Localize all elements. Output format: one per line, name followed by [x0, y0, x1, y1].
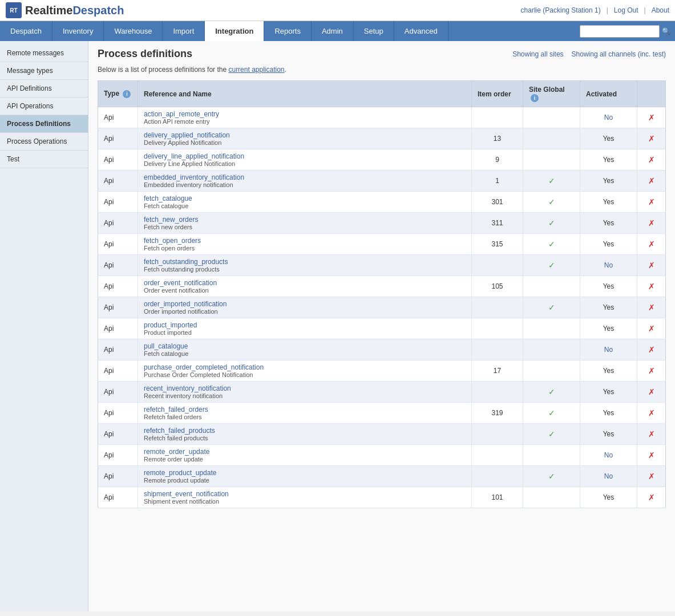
nav-tab-despatch[interactable]: Despatch — [0, 21, 52, 41]
cell-action: ✗ — [637, 487, 666, 508]
delete-icon[interactable]: ✗ — [648, 451, 655, 460]
cell-action: ✗ — [637, 424, 666, 445]
cell-ref-name: product_importedProduct imported — [138, 318, 472, 339]
search-input[interactable] — [580, 25, 660, 38]
delete-icon[interactable]: ✗ — [648, 387, 655, 396]
ref-link[interactable]: fetch_outstanding_products — [144, 258, 228, 266]
nav-tab-warehouse[interactable]: Warehouse — [104, 21, 163, 41]
delete-icon[interactable]: ✗ — [648, 324, 655, 333]
delete-icon[interactable]: ✗ — [648, 493, 655, 502]
check-icon: ✓ — [548, 303, 555, 312]
site-global-info-icon[interactable]: i — [531, 94, 539, 102]
delete-icon[interactable]: ✗ — [648, 113, 655, 122]
content-header: Process definitions Showing all sites Sh… — [98, 48, 666, 60]
cell-site-global: ✓ — [523, 382, 580, 403]
ref-link[interactable]: product_imported — [144, 321, 197, 329]
delete-icon[interactable]: ✗ — [648, 472, 655, 481]
sidebar-item-api-operations[interactable]: API Operations — [0, 98, 88, 115]
delete-icon[interactable]: ✗ — [648, 197, 655, 206]
about-link[interactable]: About — [652, 6, 669, 14]
cell-ref-name: fetch_catalogueFetch catalogue — [138, 192, 472, 213]
ref-name-sub: Delivery Line Applied Notification — [144, 160, 466, 167]
user-link[interactable]: charlie (Packing Station 1) — [521, 6, 601, 14]
delete-icon[interactable]: ✗ — [648, 176, 655, 185]
ref-link[interactable]: action_api_remote_entry — [144, 110, 219, 118]
activated-value: Yes — [603, 493, 615, 501]
cell-item-order — [472, 424, 523, 445]
ref-link[interactable]: refetch_failed_products — [144, 427, 215, 435]
filter-sites-link[interactable]: Showing all sites — [512, 50, 563, 58]
nav-tab-inventory[interactable]: Inventory — [52, 21, 104, 41]
delete-icon[interactable]: ✗ — [648, 218, 655, 228]
ref-link[interactable]: delivery_line_applied_notification — [144, 152, 244, 160]
nav-tab-reports[interactable]: Reports — [264, 21, 312, 41]
cell-item-order: 9 — [472, 149, 523, 171]
activated-value: Yes — [603, 219, 615, 227]
cell-item-order — [472, 382, 523, 403]
current-app-link[interactable]: current application — [228, 66, 284, 74]
cell-activated: Yes — [580, 213, 637, 234]
sidebar-item-test[interactable]: Test — [0, 151, 88, 168]
delete-icon[interactable]: ✗ — [648, 240, 655, 249]
cell-site-global: ✓ — [523, 192, 580, 213]
check-icon: ✓ — [548, 197, 555, 206]
nav-tab-advanced[interactable]: Advanced — [394, 21, 448, 41]
ref-name-sub: Refetch failed orders — [144, 414, 466, 420]
ref-link[interactable]: recent_inventory_notification — [144, 384, 231, 392]
table-row: Apirefetch_failed_productsRefetch failed… — [98, 424, 666, 445]
ref-link[interactable]: remote_product_update — [144, 469, 216, 477]
ref-link[interactable]: fetch_new_orders — [144, 216, 198, 224]
search-icon[interactable]: 🔍 — [662, 27, 670, 35]
delete-icon[interactable]: ✗ — [648, 408, 655, 418]
cell-ref-name: delivery_line_applied_notificationDelive… — [138, 149, 472, 171]
ref-link[interactable]: order_event_notification — [144, 279, 217, 287]
ref-name-sub: Embedded inventory notification — [144, 181, 466, 188]
sidebar-item-remote-messages[interactable]: Remote messages — [0, 44, 88, 62]
check-icon: ✓ — [548, 472, 555, 481]
content-area: Process definitions Showing all sites Sh… — [88, 41, 675, 611]
nav-tab-integration[interactable]: Integration — [205, 21, 264, 41]
logout-link[interactable]: Log Out — [614, 6, 638, 14]
ref-link[interactable]: embedded_inventory_notification — [144, 173, 244, 181]
sidebar-item-api-definitions[interactable]: API Definitions — [0, 80, 88, 98]
cell-site-global — [523, 339, 580, 360]
activated-value: Yes — [603, 240, 615, 248]
sidebar-item-process-operations[interactable]: Process Operations — [0, 133, 88, 151]
ref-link[interactable]: fetch_catalogue — [144, 194, 192, 202]
cell-action: ✗ — [637, 192, 666, 213]
ref-link[interactable]: order_imported_notification — [144, 300, 227, 308]
delete-icon[interactable]: ✗ — [648, 282, 655, 291]
nav-tab-setup[interactable]: Setup — [354, 21, 394, 41]
type-info-icon[interactable]: i — [123, 90, 131, 98]
ref-link[interactable]: fetch_open_orders — [144, 237, 201, 245]
ref-link[interactable]: refetch_failed_orders — [144, 406, 208, 414]
ref-name-sub: Remote order update — [144, 456, 466, 463]
cell-action: ✗ — [637, 403, 666, 424]
sidebar-item-process-definitions[interactable]: Process Definitions — [0, 115, 88, 133]
table-row: Apirefetch_failed_ordersRefetch failed o… — [98, 403, 666, 424]
cell-action: ✗ — [637, 276, 666, 297]
ref-name-sub: Shipment event notification — [144, 498, 466, 505]
delete-icon[interactable]: ✗ — [648, 303, 655, 312]
ref-link[interactable]: purchase_order_completed_notification — [144, 363, 264, 371]
delete-icon[interactable]: ✗ — [648, 155, 655, 164]
delete-icon[interactable]: ✗ — [648, 429, 655, 439]
cell-type: Api — [98, 487, 138, 508]
sidebar-item-message-types[interactable]: Message types — [0, 62, 88, 80]
filter-channels-link[interactable]: Showing all channels (inc. test) — [572, 50, 666, 58]
delete-icon[interactable]: ✗ — [648, 366, 655, 375]
cell-item-order: 319 — [472, 403, 523, 424]
cell-ref-name: fetch_open_ordersFetch open orders — [138, 234, 472, 255]
ref-link[interactable]: pull_catalogue — [144, 342, 188, 350]
ref-name-sub: Remote product update — [144, 477, 466, 484]
nav-tab-admin[interactable]: Admin — [312, 21, 354, 41]
delete-icon[interactable]: ✗ — [648, 134, 655, 143]
nav-tab-import[interactable]: Import — [163, 21, 205, 41]
delete-icon[interactable]: ✗ — [648, 261, 655, 270]
ref-link[interactable]: remote_order_update — [144, 448, 209, 456]
delete-icon[interactable]: ✗ — [648, 345, 655, 354]
ref-link[interactable]: delivery_applied_notification — [144, 131, 230, 139]
cell-item-order — [472, 339, 523, 360]
ref-link[interactable]: shipment_event_notification — [144, 490, 229, 498]
ref-name-sub: Fetch catalogue — [144, 350, 466, 357]
